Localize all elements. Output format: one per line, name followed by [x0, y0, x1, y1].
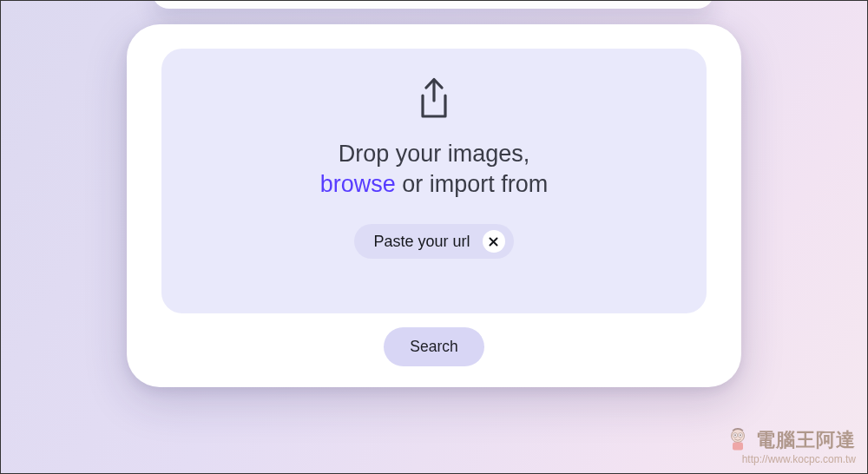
watermark: 電腦王阿達 http://www.kocpc.com.tw [725, 425, 856, 465]
dropzone-text: Drop your images, browse or import from [320, 139, 549, 200]
upload-card: Drop your images, browse or import from … [127, 24, 741, 387]
svg-point-4 [740, 434, 741, 436]
svg-point-2 [738, 433, 742, 438]
svg-point-0 [732, 430, 745, 443]
upload-icon [411, 75, 457, 127]
watermark-url: http://www.kocpc.com.tw [725, 453, 856, 465]
mascot-icon [725, 425, 751, 455]
previous-card-bottom-edge [152, 0, 714, 9]
search-button[interactable]: Search [384, 327, 483, 366]
watermark-title: 電腦王阿達 [756, 427, 856, 453]
url-input-pill[interactable]: Paste your url [354, 224, 513, 259]
browse-link[interactable]: browse [320, 171, 396, 197]
dropzone-line1: Drop your images, [320, 139, 549, 169]
dropzone[interactable]: Drop your images, browse or import from … [161, 49, 707, 313]
svg-point-1 [733, 433, 737, 438]
clear-url-button[interactable] [483, 230, 505, 253]
close-icon [488, 236, 499, 247]
url-input-text: Paste your url [373, 233, 470, 251]
svg-point-3 [734, 434, 736, 436]
svg-rect-5 [733, 443, 743, 451]
dropzone-line2-rest: or import from [396, 171, 549, 197]
